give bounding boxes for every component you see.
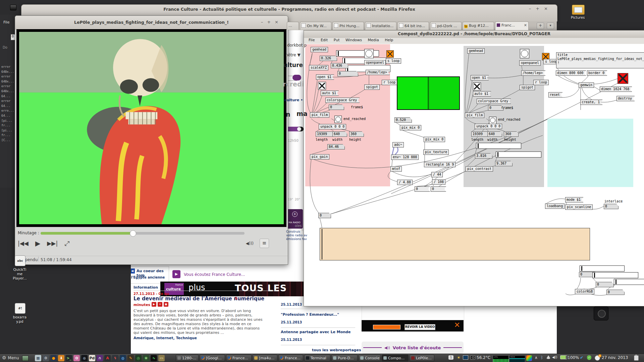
tab-installatio-[interactable]: Installatio... xyxy=(365,22,396,30)
taskbar-window-france-[interactable]: France... xyxy=(278,355,303,361)
pd-tgl[interactable] xyxy=(473,82,481,90)
pd-msg-0[interactable]: 0 xyxy=(415,186,430,192)
pd-num-9.367[interactable]: 9.367 xyxy=(495,161,513,166)
pd-num-0[interactable]: 0 xyxy=(318,213,331,218)
pd-obj-spigot[interactable]: spigot xyxy=(520,85,535,90)
desktop-icon-label[interactable]: boxarra xyxy=(12,315,28,319)
pd-bang[interactable] xyxy=(364,49,374,58)
pd-msg-title[interactable]: title LeP0le_plays_medias_fighting_for_i… xyxy=(556,52,644,68)
pd-hsl[interactable] xyxy=(580,265,625,272)
launcher-icon[interactable]: ∿ xyxy=(151,355,157,361)
taskbar-window-compo-[interactable]: Compo... xyxy=(382,355,409,361)
tab-close-icon[interactable]: ✕ xyxy=(524,23,527,27)
launcher-icon[interactable]: ∩ xyxy=(97,355,103,361)
menu-put[interactable]: Put xyxy=(334,38,340,42)
pd-num-3.816[interactable]: 3.816 xyxy=(475,153,492,159)
pd-msg-/home/lep-[interactable]: /home/lep> xyxy=(366,70,390,75)
pd-obj-pix-mix-0[interactable]: pix_mix 0 xyxy=(424,137,445,142)
color-profile-icon[interactable] xyxy=(526,355,532,361)
pd-obj-gemwin[interactable]: gemwin xyxy=(579,82,594,88)
tab-list-button[interactable]: ▾ xyxy=(547,22,554,29)
video-frame[interactable] xyxy=(16,29,286,227)
desktop-icon-label[interactable]: Player... xyxy=(12,276,28,280)
taskbar-window-1280-[interactable]: 1280-... xyxy=(176,355,199,361)
taskbar-window-lep0le-[interactable]: LeP0le... xyxy=(410,355,434,361)
next-button[interactable]: ▶▶| xyxy=(47,240,58,247)
firefox-window-buttons[interactable]: –+× xyxy=(529,6,552,11)
pd-num-19309[interactable]: 19309 xyxy=(471,131,490,137)
wide-hslider[interactable] xyxy=(320,228,590,260)
page-text[interactable]: tous les webreportages xyxy=(312,348,361,352)
video-embed-progress[interactable] xyxy=(373,325,400,329)
article-teaser-box[interactable]: ◀ Au coeur des tom l'Egypte ancienne xyxy=(127,266,169,284)
article-action-icon[interactable]: ▶ xyxy=(152,302,156,307)
launcher-icon[interactable]: ϟ xyxy=(112,355,118,361)
teaser-line2[interactable]: l'Egypte ancienne xyxy=(131,276,165,279)
desktop-icon-label[interactable]: me xyxy=(12,272,28,276)
previous-button[interactable]: |◀◀ xyxy=(18,240,29,247)
launcher-icon[interactable]: A xyxy=(104,355,111,361)
tab-bug-12-[interactable]: lpBug #12... xyxy=(463,22,494,30)
pd-bang[interactable] xyxy=(489,117,496,124)
taskbar-window-france-[interactable]: France... xyxy=(226,355,252,361)
pd-obj-pix-film[interactable]: pix_film xyxy=(310,112,329,118)
pd-obj-adc~[interactable]: adc~ xyxy=(392,142,404,147)
launcher-icon[interactable]: ✎ xyxy=(127,355,134,361)
menu-file[interactable]: File xyxy=(309,38,315,42)
launcher-icon[interactable]: ⬇ xyxy=(58,355,64,361)
pd-msg-0[interactable]: 0 xyxy=(431,186,446,192)
pd-num-640[interactable]: 640 xyxy=(332,131,347,137)
taskbar-window--googl-[interactable]: [Googl... xyxy=(200,355,225,361)
pd-obj-pix-mix-0[interactable]: pix_mix 0 xyxy=(400,125,421,130)
launcher-icon[interactable]: >_ xyxy=(66,355,72,361)
tab-64-bit-ins-[interactable]: 64 bit ins... xyxy=(397,22,429,30)
pd-titlebar[interactable]: Compost_dydlo2222222.pd - /home/lepole/B… xyxy=(304,31,644,38)
page-text[interactable]: 25.11.2013 xyxy=(281,303,302,306)
menu-button[interactable]: ⚙Menu xyxy=(2,355,19,360)
page-text[interactable]: culture • xyxy=(284,98,303,102)
pd-obj-unpack-0-0-0[interactable]: unpack 0 0 0 xyxy=(475,124,502,129)
page-text[interactable]: Amérique, Internet, Technique xyxy=(133,336,197,340)
menu-help[interactable]: Help xyxy=(385,38,393,42)
player-menu-button[interactable]: ≡ xyxy=(260,239,269,248)
taskbar-window-terminal[interactable]: Terminal xyxy=(304,355,330,361)
pd-msg-reset[interactable]: reset xyxy=(548,92,562,98)
pd-msg-open-$1[interactable]: open $1 xyxy=(316,74,334,80)
pd-obj-pix-scanline[interactable]: pix_scanline xyxy=(565,204,593,210)
pd-obj-pix-film[interactable]: pix_film xyxy=(465,113,484,118)
volume-icon[interactable]: ◀)) xyxy=(552,355,557,359)
france-culture-plus-banner[interactable]: france culture plus TOUS LES xyxy=(160,282,304,296)
article-action-icon[interactable]: ▣ xyxy=(164,302,168,307)
pd-tgl[interactable] xyxy=(318,82,326,90)
display-icon[interactable] xyxy=(463,355,468,360)
pd-msg-auto-$1[interactable]: auto $1 xyxy=(473,91,491,97)
launcher-icon[interactable]: ▭ xyxy=(158,355,165,361)
pd-msg-colorspace-grey[interactable]: colorspace Grey xyxy=(325,98,360,103)
desktop-icon[interactable]: abc xyxy=(15,255,25,266)
pd-obj-rectangle-16-9[interactable]: rectangle 16 9 xyxy=(424,162,455,167)
page-text[interactable]: "Profession ? Emmerdeur..." xyxy=(281,312,339,317)
pd-msg-dimen-1024-768[interactable]: dimen 1024 768 xyxy=(600,86,632,92)
pictures-folder-icon[interactable] xyxy=(572,5,585,15)
pd-obj-openpanel[interactable]: openpanel xyxy=(519,60,541,66)
pd-num-0[interactable]: 0 xyxy=(604,204,619,209)
audio-progress-knob[interactable] xyxy=(297,127,301,131)
pd-obj-r-loop[interactable]: r loop xyxy=(382,80,397,85)
pd-tgl[interactable] xyxy=(618,73,628,84)
pd-obj-pix-contrast[interactable]: pix_contrast xyxy=(466,166,493,172)
page-text[interactable]: 25.11.2013 xyxy=(281,320,302,324)
pd-obj-/-44[interactable]: / 44 xyxy=(431,172,443,177)
launcher-icon[interactable]: ✿ xyxy=(73,355,80,361)
fullscreen-button[interactable]: ⤢ xyxy=(64,240,69,247)
pd-obj-s-loop[interactable]: s loop xyxy=(386,58,401,64)
launcher-icon[interactable]: ● xyxy=(81,355,88,361)
launcher-icon[interactable]: ● xyxy=(50,355,57,361)
play-button[interactable]: ▶ xyxy=(35,239,40,247)
pd-num-0.520[interactable]: 0.520 xyxy=(394,117,412,123)
pd-msg-/home/lep-[interactable]: /home/lep> xyxy=(521,70,545,76)
mem-graph[interactable]: MEM xyxy=(509,355,525,362)
pd-hsl[interactable] xyxy=(614,279,644,285)
notification-icon[interactable]: 1 xyxy=(448,355,453,360)
launcher-icon[interactable]: ⚙ xyxy=(43,355,49,361)
pd-hsl[interactable] xyxy=(496,152,541,158)
